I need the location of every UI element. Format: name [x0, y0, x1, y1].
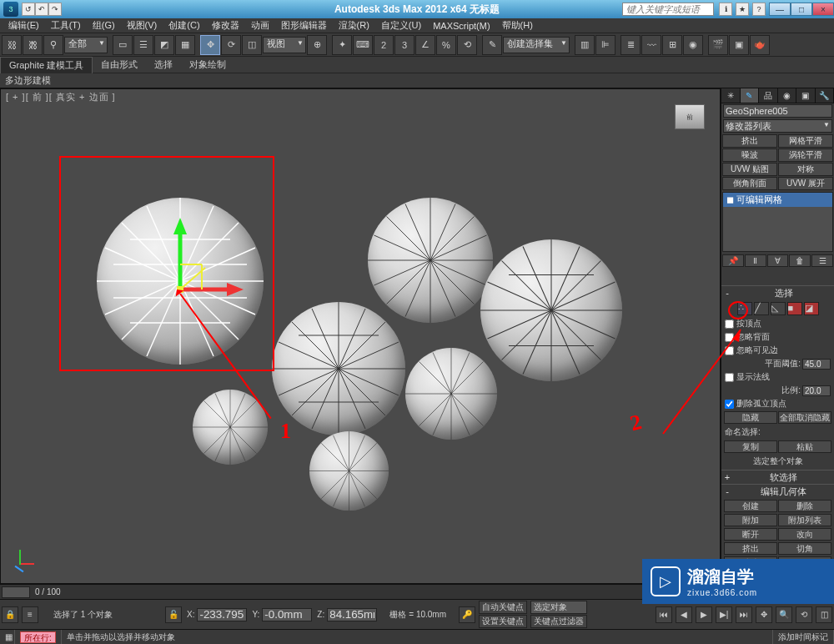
selectionset-dropdown[interactable]: 创建选择集 — [503, 37, 570, 53]
redo-btn[interactable]: ↷ — [48, 3, 62, 16]
maximize-button[interactable]: □ — [791, 3, 812, 16]
rotate-icon[interactable]: ⟳ — [221, 35, 241, 55]
keyfilter-button[interactable]: 关键点过滤器 — [530, 615, 587, 628]
menu-customize[interactable]: 自定义(U) — [376, 18, 426, 33]
menu-maxscript[interactable]: MAXScript(M) — [428, 20, 495, 32]
tab-motion-icon[interactable]: ◉ — [778, 88, 797, 103]
geosphere[interactable] — [309, 431, 389, 511]
autokey-button[interactable]: 自动关键点 — [479, 601, 527, 614]
so-element[interactable]: ◪ — [804, 302, 819, 315]
keyboard-icon[interactable]: ⌨ — [353, 35, 373, 55]
geosphere[interactable] — [405, 348, 497, 440]
btn-extrude[interactable]: 挤出 — [722, 134, 777, 148]
scale-field[interactable] — [802, 385, 831, 396]
so-face[interactable]: ◺ — [771, 302, 786, 315]
modifier-list-dropdown[interactable]: 修改器列表 — [723, 119, 832, 133]
pan-icon[interactable]: ✥ — [756, 606, 772, 623]
curve-editor-icon[interactable]: 〰 — [641, 35, 661, 55]
refcoord-dropdown[interactable]: 视图 — [263, 37, 306, 53]
y-field[interactable] — [262, 608, 312, 621]
scale-icon[interactable]: ◫ — [242, 35, 262, 55]
infocenter-icon[interactable]: ℹ — [719, 3, 732, 16]
undo-btn[interactable]: ↶ — [35, 3, 48, 16]
tab-create-icon[interactable]: ✳ — [721, 88, 741, 103]
render-icon[interactable]: 🫖 — [750, 35, 770, 55]
ribbon-tab-objectpaint[interactable]: 对象绘制 — [181, 57, 234, 73]
window-crossing-icon[interactable]: ▦ — [175, 35, 195, 55]
menu-rendering[interactable]: 渲染(R) — [334, 18, 374, 33]
geosphere[interactable] — [368, 198, 493, 323]
tab-modify-icon[interactable]: ✎ — [741, 88, 760, 103]
lock-sel-icon[interactable]: 🔓 — [165, 606, 182, 623]
menu-grapheditors[interactable]: 图形编辑器 — [276, 18, 332, 33]
tab-hierarchy-icon[interactable]: 品 — [759, 88, 778, 103]
btn-turn[interactable]: 改向 — [778, 528, 831, 541]
mirror-icon[interactable]: ▥ — [575, 35, 595, 55]
editnamed-icon[interactable]: ✎ — [482, 35, 502, 55]
rollout-toggle[interactable]: - — [723, 486, 731, 496]
pivot-icon[interactable]: ⊕ — [307, 35, 327, 55]
make-unique-icon[interactable]: ∀ — [767, 254, 789, 267]
align-icon[interactable]: ⊫ — [595, 35, 615, 55]
snap2-icon[interactable]: 2 — [374, 35, 394, 55]
orbit-icon[interactable]: ⟲ — [796, 606, 812, 623]
script-icon[interactable]: ≡ — [22, 606, 38, 623]
filter-dropdown[interactable]: 全部 — [64, 37, 108, 53]
btn-attach[interactable]: 附加 — [724, 514, 777, 526]
lock-icon[interactable]: 🔒 — [2, 606, 18, 623]
btn-extrude2[interactable]: 挤出 — [724, 542, 777, 555]
viewport-label[interactable]: [ + ][ 前 ][ 真实 + 边面 ] — [6, 91, 116, 103]
btn-break[interactable]: 断开 — [724, 528, 777, 541]
x-field[interactable] — [197, 608, 247, 621]
btn-unhide[interactable]: 全部取消隐藏 — [778, 411, 831, 424]
btn-bevelprofile[interactable]: 倒角剖面 — [722, 177, 777, 190]
stack-item-editable-mesh[interactable]: ◼ 可编辑网格 — [723, 193, 832, 207]
btn-uvwunwrap[interactable]: UVW 展开 — [778, 177, 833, 190]
play-next-icon[interactable]: ▶| — [716, 606, 732, 623]
tab-display-icon[interactable]: ▣ — [796, 88, 816, 103]
so-polygon[interactable]: ■ — [787, 302, 802, 315]
chk-ignoreback[interactable] — [725, 333, 734, 342]
select-region-icon[interactable]: ◩ — [154, 35, 174, 55]
unlink-icon[interactable]: ⛓̸ — [23, 35, 43, 55]
setkey-button[interactable]: 设置关键点 — [479, 615, 527, 628]
btn-uvwmap[interactable]: UVW 贴图 — [722, 163, 777, 176]
z-field[interactable] — [327, 608, 377, 621]
chk-ignorevis[interactable] — [725, 346, 734, 355]
move-icon[interactable]: ✥ — [200, 35, 220, 55]
material-icon[interactable]: ◉ — [683, 35, 703, 55]
ribbon-tab-freeform[interactable]: 自由形式 — [93, 57, 146, 73]
pin-stack-icon[interactable]: 📌 — [722, 254, 744, 267]
time-slider[interactable] — [2, 586, 30, 598]
menu-help[interactable]: 帮助(H) — [497, 18, 538, 33]
star-icon[interactable]: ★ — [736, 3, 749, 16]
btn-hide[interactable]: 隐藏 — [724, 411, 777, 424]
rollout-toggle[interactable]: + — [723, 472, 731, 482]
select-name-icon[interactable]: ☰ — [133, 35, 153, 55]
show-end-icon[interactable]: Ⅱ — [745, 254, 766, 267]
key-icon[interactable]: 🔑 — [459, 606, 475, 623]
planethresh-field[interactable] — [802, 359, 831, 370]
btn-chamfer[interactable]: 切角 — [778, 542, 831, 555]
bind-icon[interactable]: ⚲ — [43, 35, 63, 55]
schematic-icon[interactable]: ⊞ — [662, 35, 682, 55]
play-icon[interactable]: ▶ — [696, 606, 712, 623]
remove-mod-icon[interactable]: 🗑 — [789, 254, 811, 267]
rollout-toggle[interactable]: - — [723, 288, 731, 298]
row-label-button[interactable]: 所在行: — [20, 631, 56, 643]
tab-utilities-icon[interactable]: 🔧 — [816, 88, 835, 103]
viewport[interactable]: [ + ][ 前 ][ 真实 + 边面 ] 前 — [0, 88, 721, 584]
menu-views[interactable]: 视图(V) — [122, 18, 163, 33]
percentsnap-icon[interactable]: % — [436, 35, 456, 55]
menu-create[interactable]: 创建(C) — [163, 18, 204, 33]
btn-meshsmooth[interactable]: 网格平滑 — [778, 134, 833, 148]
layers-icon[interactable]: ≣ — [620, 35, 641, 55]
btn-delete[interactable]: 删除 — [778, 500, 831, 512]
maximize-vp-icon[interactable]: ◫ — [816, 606, 832, 623]
help-icon[interactable]: ? — [752, 3, 766, 16]
help-search[interactable] — [622, 3, 714, 16]
spinnersnap-icon[interactable]: ⟲ — [457, 35, 477, 55]
close-button[interactable]: × — [812, 3, 834, 16]
viewcube[interactable]: 前 — [675, 104, 705, 129]
rendersetup-icon[interactable]: 🎬 — [708, 35, 728, 55]
